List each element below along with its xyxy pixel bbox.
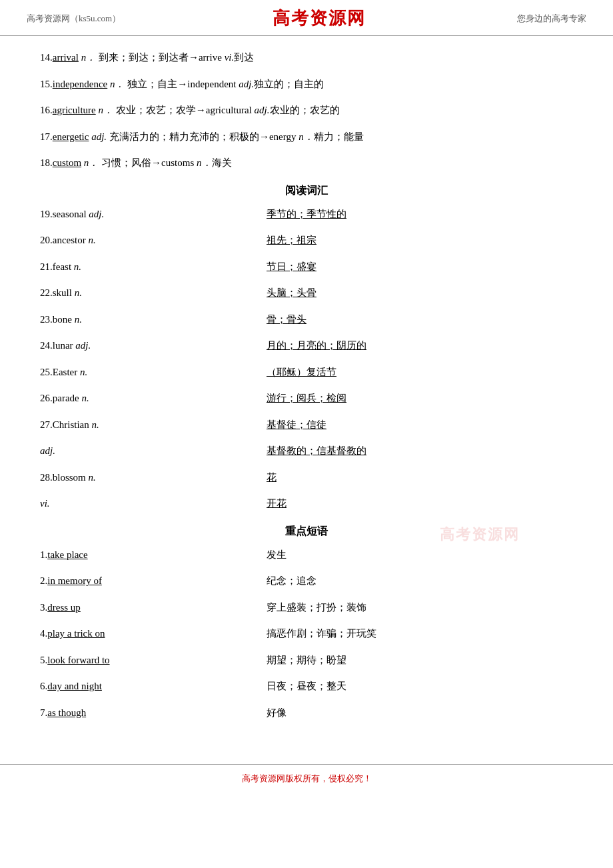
reading-vocab-23: 23.bone n. 骨；骨头 [40,311,573,329]
entry-pos: n. [75,287,82,298]
entry-number: 15. [40,79,53,89]
vocab-entry-15: 15.independence n． 独立；自主→independent adj… [40,76,573,93]
reading-vocab-28a: 28.blossom n. 花 [40,469,573,487]
phrase-chinese: 发生 [267,547,573,564]
entry-pos: n. [89,472,96,483]
reading-left: 28.blossom n. [40,469,267,487]
reading-left: 25.Easter n. [40,364,267,381]
vocab-entry-16: 16.agriculture n． 农业；农艺；农学→agricultural … [40,102,573,119]
reading-chinese: 月的；月亮的；阴历的 [267,337,573,355]
entry-number: 28.blossom [40,472,89,483]
phrase-4: 4.play a trick on 搞恶作剧；诈骗；开玩笑 [40,625,573,643]
entry-pos: n. [81,393,89,403]
entry-chinese: 独立；自主→independent [127,79,239,89]
reading-vocab-25: 25.Easter n. （耶稣）复活节 [40,364,573,381]
entry-chinese: 习惯；风俗→customs [101,157,197,168]
entry-pos2: vi. [225,52,235,63]
entry-chinese2: 到达 [234,52,254,63]
main-content: 14.arrival n． 到来；到达；到达者→arrive vi.到达 15.… [0,36,613,744]
reading-vocab-22: 22.skull n. 头脑；头骨 [40,285,573,302]
entry-chinese: 到来；到达；到达者→arrive [99,52,225,63]
entry-word: arrival [53,52,79,63]
phrase-chinese: 好像 [267,705,573,722]
reading-chinese: 节日；盛宴 [267,259,573,276]
reading-vocab-27b: adj. 基督教的；信基督教的 [40,443,573,460]
entry-number: 26.parade [40,393,81,403]
entry-pos: adj. [91,131,107,142]
phrase-left: 5.look forward to [40,652,267,669]
footer-text: 高考资源网版权所有，侵权必究！ [242,773,372,783]
reading-chinese: 头脑；头骨 [267,285,573,302]
entry-pos: n． [84,157,99,168]
page-header: 高考资源网（ks5u.com） 高考资源网 您身边的高考专家 [0,0,613,36]
phrase-chinese: 穿上盛装；打扮；装饰 [267,599,573,617]
entry-number: 24.lunar [40,340,75,351]
header-left: 高考资源网（ks5u.com） [27,13,121,25]
phrase-left: 2.in memory of [40,573,267,590]
phrase-1: 1.take place 发生 [40,547,573,564]
reading-chinese: 游行；阅兵；检阅 [267,390,573,407]
phrase-number: 7. [40,707,47,718]
entry-number: 27.Christian [40,419,92,430]
phrase-english: day and night [47,681,102,691]
phrase-left: 1.take place [40,547,267,564]
entry-number: 20.ancestor [40,235,88,245]
entry-pos: vi. [40,498,50,509]
entry-number: 21.feast [40,261,74,272]
reading-left: 21.feast n. [40,259,267,276]
vocab-entry-17: 17.energetic adj. 充满活力的；精力充沛的；积极的→energy… [40,129,573,146]
reading-vocab-21: 21.feast n. 节日；盛宴 [40,259,573,276]
entry-pos2: n． [299,131,314,142]
reading-chinese: 基督徒；信徒 [267,417,573,434]
reading-chinese: 骨；骨头 [267,311,573,329]
reading-chinese: 祖先；祖宗 [267,232,573,249]
section2-title: 重点短语 [40,525,573,539]
entry-chinese2: 独立的；自主的 [254,79,324,89]
reading-vocab-28b: vi. 开花 [40,495,573,513]
phrase-number: 2. [40,575,47,586]
phrase-left: 3.dress up [40,599,267,617]
reading-chinese: 季节的；季节性的 [267,206,573,223]
reading-left: 22.skull n. [40,285,267,302]
reading-chinese: （耶稣）复活节 [267,364,573,381]
entry-pos: n． [98,105,113,115]
entry-pos: n. [88,235,95,245]
reading-left: 20.ancestor n. [40,232,267,249]
entry-pos: n. [74,261,81,272]
section1-title: 阅读词汇 [40,184,573,198]
entry-pos2: adj. [239,79,254,89]
entry-number: 25.Easter [40,367,80,377]
entry-pos: adj. [40,445,55,456]
reading-left: vi. [40,495,267,513]
reading-left: 27.Christian n. [40,417,267,434]
phrase-left: 4.play a trick on [40,625,267,643]
phrase-6: 6.day and night 日夜；昼夜；整天 [40,678,573,695]
entry-word: custom [53,157,81,168]
entry-word: agriculture [53,105,96,115]
phrase-number: 6. [40,681,47,691]
entry-pos: n. [92,419,99,430]
phrase-5: 5.look forward to 期望；期待；盼望 [40,652,573,669]
site-title: 高考资源网 [273,7,366,30]
phrase-english: play a trick on [47,628,105,639]
phrase-english: take place [47,549,87,560]
reading-left: adj. [40,443,267,460]
reading-vocab-20: 20.ancestor n. 祖先；祖宗 [40,232,573,249]
reading-vocab-24: 24.lunar adj. 月的；月亮的；阴历的 [40,337,573,355]
reading-vocab-19: 19.seasonal adj. 季节的；季节性的 [40,206,573,223]
reading-left: 26.parade n. [40,390,267,407]
entry-pos: adj. [75,340,91,351]
reading-left: 23.bone n. [40,311,267,329]
phrase-7: 7.as though 好像 [40,705,573,722]
phrase-left: 6.day and night [40,678,267,695]
reading-vocab-27a: 27.Christian n. 基督徒；信徒 [40,417,573,434]
reading-left: 19.seasonal adj. [40,206,267,223]
phrase-english: in memory of [47,575,102,586]
phrase-english: look forward to [47,655,109,665]
entry-pos: n. [75,314,82,325]
reading-left: 24.lunar adj. [40,337,267,355]
entry-chinese2: 海关 [212,157,232,168]
entry-pos: n. [80,367,87,377]
entry-pos2: adj. [255,105,270,115]
phrase-number: 4. [40,628,47,639]
